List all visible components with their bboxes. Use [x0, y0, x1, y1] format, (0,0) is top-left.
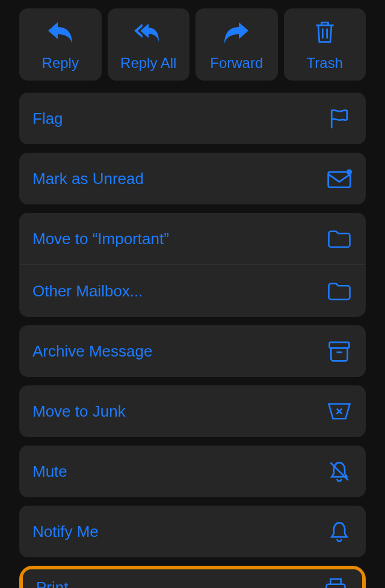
group-print: Print [23, 569, 362, 588]
flag-row[interactable]: Flag [19, 93, 366, 144]
mark-unread-row[interactable]: Mark as Unread [19, 153, 366, 204]
move-important-label: Move to “Important” [32, 230, 169, 248]
reply-label: Reply [42, 55, 79, 72]
move-important-row[interactable]: Move to “Important” [19, 213, 366, 265]
print-label: Print [36, 578, 68, 589]
forward-icon [222, 17, 251, 46]
bell-icon [326, 518, 353, 545]
mark-unread-label: Mark as Unread [32, 170, 144, 188]
printer-icon [322, 574, 349, 588]
svg-point-1 [346, 169, 352, 174]
top-button-row: Reply Reply All Forward [19, 8, 366, 81]
reply-all-button[interactable]: Reply All [108, 8, 190, 81]
junk-bin-icon [326, 398, 353, 424]
notify-label: Notify Me [32, 522, 99, 541]
group-move: Move to “Important” Other Mailbox... [19, 213, 366, 317]
envelope-unread-icon [326, 165, 353, 192]
print-row[interactable]: Print [23, 569, 362, 588]
group-archive: Archive Message [19, 325, 366, 377]
forward-button[interactable]: Forward [196, 8, 278, 81]
reply-button[interactable]: Reply [19, 8, 102, 81]
group-mute: Mute [19, 446, 366, 497]
move-junk-label: Move to Junk [32, 402, 126, 421]
archive-row[interactable]: Archive Message [19, 325, 366, 377]
print-highlight: Print [19, 566, 366, 588]
trash-label: Trash [307, 55, 343, 72]
flag-icon [326, 105, 353, 132]
notify-row[interactable]: Notify Me [19, 506, 366, 557]
folder-icon [326, 278, 353, 304]
svg-rect-2 [330, 342, 350, 348]
mute-label: Mute [32, 462, 67, 481]
flag-label: Flag [32, 109, 63, 128]
group-mark-unread: Mark as Unread [19, 153, 366, 204]
other-mailbox-label: Other Mailbox... [32, 282, 143, 301]
reply-all-icon [134, 17, 163, 46]
bell-slash-icon [326, 458, 353, 485]
mute-row[interactable]: Mute [19, 446, 366, 497]
trash-icon [310, 17, 339, 46]
mail-actions-sheet: Reply Reply All Forward [0, 0, 385, 588]
reply-all-label: Reply All [120, 55, 176, 72]
folder-icon [326, 225, 353, 252]
reply-icon [46, 17, 75, 46]
svg-rect-0 [328, 172, 351, 188]
archive-label: Archive Message [32, 342, 152, 361]
move-junk-row[interactable]: Move to Junk [19, 385, 366, 437]
forward-label: Forward [210, 55, 263, 72]
other-mailbox-row[interactable]: Other Mailbox... [19, 265, 366, 317]
group-junk: Move to Junk [19, 385, 366, 437]
group-notify: Notify Me [19, 506, 366, 557]
trash-button[interactable]: Trash [284, 8, 366, 81]
group-flag: Flag [19, 93, 366, 144]
archive-box-icon [326, 338, 353, 364]
